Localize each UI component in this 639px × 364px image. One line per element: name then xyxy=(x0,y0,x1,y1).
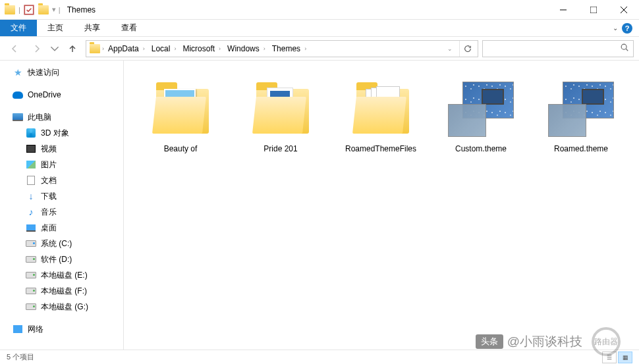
nav-item[interactable]: 软件 (D:) xyxy=(0,251,123,267)
pic-icon xyxy=(25,159,37,170)
ribbon-tab-share[interactable]: 共享 xyxy=(74,20,111,36)
file-label: Beauty of xyxy=(164,144,198,153)
nav-item[interactable]: 本地磁盘 (E:) xyxy=(0,267,123,283)
nav-item[interactable]: 桌面 xyxy=(0,220,123,236)
chevron-right-icon[interactable]: › xyxy=(102,45,104,52)
minimize-button[interactable] xyxy=(548,0,578,20)
folder-pages-icon xyxy=(348,78,414,140)
nav-item[interactable]: 系统 (C:) xyxy=(0,236,123,251)
obj3d-icon xyxy=(25,127,37,139)
folder-icon xyxy=(38,4,49,16)
drive-icon xyxy=(25,269,37,281)
title-bar: | ▾ | Themes xyxy=(0,0,639,20)
navigation-pane: ★快速访问 OneDrive 此电脑 3D 对象视频图片文档↓下载♪音乐桌面系统… xyxy=(0,61,124,350)
breadcrumb[interactable]: Windows› xyxy=(225,43,268,55)
back-button[interactable] xyxy=(5,39,24,58)
drive-sys-icon xyxy=(25,238,37,249)
nav-item[interactable]: 视频 xyxy=(0,141,123,157)
folder-pride-icon xyxy=(248,78,314,140)
help-icon[interactable]: ? xyxy=(622,23,632,34)
onedrive-icon xyxy=(12,89,24,101)
svg-line-6 xyxy=(626,49,628,51)
ribbon-collapse-icon[interactable]: ⌄ xyxy=(613,24,618,32)
file-label: RoamedThemeFiles xyxy=(345,144,416,153)
breadcrumb[interactable]: Microsoft› xyxy=(180,43,223,55)
file-list: Beauty ofPride 201RoamedThemeFilesCustom… xyxy=(124,61,639,350)
svg-rect-2 xyxy=(590,7,597,13)
nav-item[interactable]: 3D 对象 xyxy=(0,125,123,141)
star-icon: ★ xyxy=(12,66,24,78)
file-label: Custom.theme xyxy=(455,144,507,153)
drive-icon xyxy=(25,301,37,313)
breadcrumb[interactable]: Local› xyxy=(149,43,179,55)
icons-view-button[interactable]: ▦ xyxy=(618,351,632,363)
drive-icon xyxy=(25,285,37,297)
folder-photos-icon xyxy=(148,78,213,140)
video-icon xyxy=(25,143,37,155)
dl-icon: ↓ xyxy=(25,190,37,202)
forward-button[interactable] xyxy=(28,39,46,58)
search-icon[interactable] xyxy=(620,43,629,55)
nav-quick-access[interactable]: ★快速访问 xyxy=(0,65,123,80)
details-view-button[interactable]: ☰ xyxy=(602,351,617,363)
ribbon-file-tab[interactable]: 文件 xyxy=(0,20,37,36)
properties-icon[interactable] xyxy=(23,4,35,16)
close-button[interactable] xyxy=(609,0,639,20)
refresh-button[interactable] xyxy=(459,41,475,57)
nav-network[interactable]: 网络 xyxy=(0,321,123,337)
folder-icon xyxy=(89,43,101,55)
nav-this-pc[interactable]: 此电脑 xyxy=(0,109,123,125)
nav-item[interactable]: 本地磁盘 (F:) xyxy=(0,283,123,299)
window-title: Themes xyxy=(67,5,96,14)
file-item[interactable]: Roamed.theme xyxy=(531,74,631,157)
ribbon-tab-view[interactable]: 查看 xyxy=(111,20,148,36)
address-bar-row: › AppData› Local› Microsoft› Windows› Th… xyxy=(0,37,639,61)
desk-icon xyxy=(25,222,37,234)
status-bar: 5 个项目 ☰ ▦ xyxy=(0,350,639,364)
breadcrumb[interactable]: Themes› xyxy=(269,43,309,55)
ribbon: 文件 主页 共享 查看 ⌄ ? xyxy=(0,20,639,37)
nav-item[interactable]: 本地磁盘 (G:) xyxy=(0,299,123,315)
doc-icon xyxy=(25,174,37,186)
drive-icon xyxy=(25,253,37,265)
qat-dropdown[interactable]: ▾ xyxy=(52,5,56,14)
item-count: 5 个项目 xyxy=(7,352,34,362)
theme-icon xyxy=(448,78,514,140)
recent-dropdown[interactable] xyxy=(50,39,59,58)
file-item[interactable]: Pride 201 xyxy=(231,74,331,157)
network-icon xyxy=(12,323,24,335)
pc-icon xyxy=(12,111,24,123)
file-label: Pride 201 xyxy=(264,144,297,153)
search-input[interactable] xyxy=(487,44,620,53)
theme-icon xyxy=(548,78,614,140)
svg-point-5 xyxy=(621,44,626,49)
nav-item[interactable]: 文档 xyxy=(0,172,123,188)
up-button[interactable] xyxy=(63,39,82,58)
breadcrumb[interactable]: AppData› xyxy=(105,43,148,55)
chevron-down-icon[interactable]: ⌄ xyxy=(447,45,453,52)
nav-item[interactable]: ↓下载 xyxy=(0,188,123,204)
music-icon: ♪ xyxy=(25,206,37,218)
file-label: Roamed.theme xyxy=(554,144,608,153)
file-item[interactable]: Custom.theme xyxy=(431,74,531,157)
nav-item[interactable]: ♪音乐 xyxy=(0,204,123,220)
maximize-button[interactable] xyxy=(578,0,609,20)
ribbon-tab-home[interactable]: 主页 xyxy=(37,20,74,36)
nav-onedrive[interactable]: OneDrive xyxy=(0,87,123,103)
folder-icon xyxy=(4,4,16,16)
file-item[interactable]: RoamedThemeFiles xyxy=(331,74,431,157)
qat-separator: | xyxy=(18,6,20,14)
file-item[interactable]: Beauty of xyxy=(130,74,231,157)
nav-item[interactable]: 图片 xyxy=(0,157,123,172)
search-box[interactable] xyxy=(482,40,634,57)
address-bar[interactable]: › AppData› Local› Microsoft› Windows› Th… xyxy=(86,40,478,57)
